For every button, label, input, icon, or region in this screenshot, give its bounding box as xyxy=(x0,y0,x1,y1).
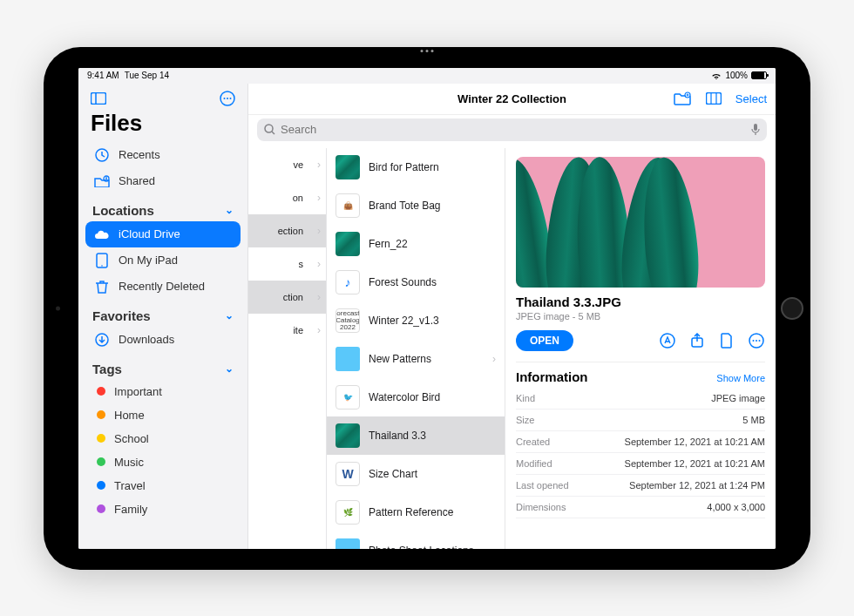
file-label: Photo Shoot Locations xyxy=(369,545,474,549)
file-row[interactable]: 🌿Pattern Reference xyxy=(327,493,505,531)
file-label: Fern_22 xyxy=(369,238,408,250)
info-row: CreatedSeptember 12, 2021 at 10:21 AM xyxy=(516,431,765,453)
chevron-down-icon[interactable]: ⌄ xyxy=(225,362,234,375)
more-actions-icon[interactable] xyxy=(748,332,765,349)
info-key: Modified xyxy=(516,458,552,469)
sidebar-item-home[interactable]: Home xyxy=(85,403,241,427)
svg-line-17 xyxy=(272,132,274,134)
folder-row[interactable]: ite› xyxy=(248,314,326,347)
svg-point-10 xyxy=(101,265,103,267)
file-row[interactable]: Photo Shoot Locations› xyxy=(327,531,505,549)
file-row[interactable]: WSize Chart xyxy=(327,455,505,493)
file-label: Forest Sounds xyxy=(369,276,437,288)
svg-point-3 xyxy=(224,98,226,99)
mic-icon[interactable] xyxy=(751,124,760,136)
sidebar-item-label: Travel xyxy=(114,479,146,492)
sidebar-item-label: Music xyxy=(114,456,144,469)
folder-label: ite xyxy=(293,325,303,335)
file-row[interactable]: Fern_22 xyxy=(327,225,505,263)
section-title: Locations xyxy=(92,203,154,218)
file-row[interactable]: Thailand 3.3 xyxy=(327,416,505,455)
select-button[interactable]: Select xyxy=(735,92,767,105)
show-more-link[interactable]: Show More xyxy=(716,373,765,383)
download-icon xyxy=(94,332,110,348)
svg-point-22 xyxy=(753,340,755,342)
file-preview[interactable] xyxy=(516,157,765,288)
section-title: Tags xyxy=(92,362,122,376)
markup-icon[interactable] xyxy=(659,332,676,349)
folder-label: ection xyxy=(278,226,303,236)
sidebar-item-family[interactable]: Family xyxy=(85,498,241,521)
word-doc-icon: W xyxy=(336,462,360,486)
info-key: Kind xyxy=(516,393,535,403)
document-icon[interactable] xyxy=(718,332,735,349)
folder-row[interactable]: ction› xyxy=(248,281,326,314)
info-key: Last opened xyxy=(516,480,569,491)
sidebar-item-icloud-drive[interactable]: iCloud Drive xyxy=(85,221,241,247)
trash-icon xyxy=(94,279,110,294)
battery-percent: 100% xyxy=(725,71,748,80)
share-icon[interactable] xyxy=(688,332,706,349)
chevron-right-icon: › xyxy=(492,545,496,549)
open-button[interactable]: OPEN xyxy=(516,330,573,351)
info-value: 4,000 x 3,000 xyxy=(707,502,765,512)
tag-dot-icon xyxy=(97,481,105,490)
svg-point-8 xyxy=(105,177,107,179)
file-row[interactable]: ForecastsCatalog2022Winter 22_v1.3 xyxy=(327,301,505,340)
sidebar-item-recently-deleted[interactable]: Recently Deleted xyxy=(85,274,241,300)
file-label: Winter 22_v1.3 xyxy=(369,315,439,327)
chevron-down-icon[interactable]: ⌄ xyxy=(225,309,234,322)
sidebar-item-music[interactable]: Music xyxy=(85,450,241,474)
sidebar-item-recents[interactable]: Recents xyxy=(85,142,241,168)
info-value: September 12, 2021 at 10:21 AM xyxy=(625,437,765,447)
info-row: Last openedSeptember 12, 2021 at 1:24 PM xyxy=(516,475,765,497)
folder-label: ve xyxy=(293,159,303,170)
sidebar-item-label: Home xyxy=(114,409,145,422)
folder-row[interactable]: ve› xyxy=(248,148,326,181)
sidebar-item-shared[interactable]: Shared xyxy=(85,168,241,194)
new-folder-icon[interactable] xyxy=(673,89,692,108)
tag-dot-icon xyxy=(97,387,105,396)
sidebar-item-school[interactable]: School xyxy=(85,427,241,450)
svg-point-5 xyxy=(230,98,232,99)
ipad-icon xyxy=(94,253,110,268)
file-row[interactable]: 👜Brand Tote Bag xyxy=(327,186,505,225)
folder-row[interactable]: s› xyxy=(248,247,326,281)
sidebar-item-label: iCloud Drive xyxy=(119,227,180,240)
info-value: September 12, 2021 at 1:24 PM xyxy=(629,480,765,491)
image-thumbnail: 👜 xyxy=(336,193,360,218)
doc-thumbnail: ForecastsCatalog2022 xyxy=(336,308,360,333)
chevron-right-icon: › xyxy=(317,258,321,270)
svg-point-4 xyxy=(227,98,228,99)
file-row[interactable]: ♪Forest Sounds xyxy=(327,263,505,301)
more-icon[interactable] xyxy=(218,89,237,108)
sidebar-item-label: Recents xyxy=(119,148,160,161)
search-input[interactable] xyxy=(281,123,746,136)
clock-icon xyxy=(94,147,110,163)
chevron-down-icon[interactable]: ⌄ xyxy=(225,204,234,216)
sidebar-item-on-my-ipad[interactable]: On My iPad xyxy=(85,247,241,274)
folder-row[interactable]: on› xyxy=(248,181,326,214)
file-row[interactable]: 🐦Watercolor Bird xyxy=(327,378,505,416)
sidebar-item-downloads[interactable]: Downloads xyxy=(85,327,241,353)
search-bar[interactable] xyxy=(257,118,767,141)
section-header-locations[interactable]: Locations⌄ xyxy=(78,194,247,221)
sidebar-item-travel[interactable]: Travel xyxy=(85,474,241,498)
chevron-right-icon: › xyxy=(317,192,321,204)
home-button[interactable] xyxy=(781,297,803,320)
file-label: Watercolor Bird xyxy=(369,391,440,403)
folder-row[interactable]: ection› xyxy=(248,214,326,247)
sidebar-toggle-icon[interactable] xyxy=(89,89,108,108)
file-row[interactable]: Bird for Pattern xyxy=(327,148,505,186)
file-row[interactable]: New Patterns› xyxy=(327,340,505,378)
info-row: Size5 MB xyxy=(516,410,765,431)
sidebar-item-important[interactable]: Important xyxy=(85,380,241,403)
chevron-right-icon: › xyxy=(317,225,321,237)
section-header-tags[interactable]: Tags⌄ xyxy=(78,353,247,380)
sidebar-item-label: Downloads xyxy=(119,333,174,346)
section-header-favorites[interactable]: Favorites⌄ xyxy=(78,300,247,327)
tag-dot-icon xyxy=(97,410,105,419)
view-mode-icon[interactable] xyxy=(704,89,723,108)
section-title: Favorites xyxy=(92,308,151,323)
folder-icon xyxy=(336,347,360,371)
